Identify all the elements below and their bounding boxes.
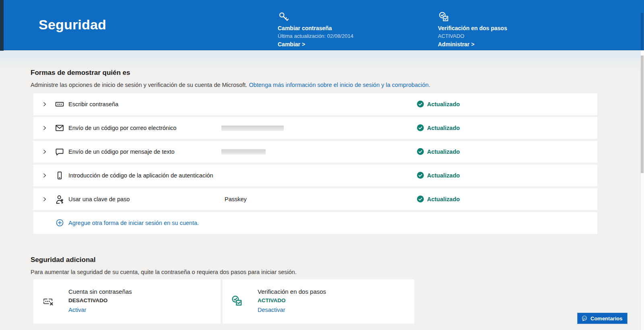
status-badge: Actualizado	[417, 172, 460, 179]
two-step-check-icon	[231, 295, 244, 307]
row-label: Usar una clave de paso	[68, 196, 130, 202]
card-title: Verificación en dos pasos	[258, 288, 326, 295]
status-badge: Actualizado	[417, 148, 460, 155]
chevron-right-icon	[41, 101, 48, 107]
status-label: Actualizado	[427, 101, 460, 107]
mail-icon	[55, 123, 64, 133]
change-password-last-updated: Última actualización: 02/08/2014	[278, 33, 423, 39]
phone-icon	[55, 171, 64, 180]
status-label: Actualizado	[427, 172, 460, 179]
window-left-edge	[0, 0, 4, 51]
scrollbar-thumb[interactable]	[641, 56, 644, 173]
card-passwordless-account: Cuenta sin contraseñas DESACTIVADO Activ…	[33, 279, 221, 324]
status-badge: Actualizado	[417, 196, 460, 202]
card-title: Cuenta sin contraseñas	[68, 288, 132, 295]
row-label: Escribir contraseña	[68, 101, 118, 107]
status-label: Actualizado	[427, 148, 460, 155]
row-label: Introducción de código de la aplicación …	[68, 172, 213, 179]
chevron-right-icon	[41, 148, 48, 155]
redacted-phone-value	[221, 149, 266, 155]
security-page: Seguridad Cambiar contraseña Última actu…	[0, 0, 644, 330]
row-sms-code[interactable]: Envío de un código por mensaje de texto …	[33, 141, 597, 163]
plus-circle-icon	[56, 219, 64, 227]
signin-description-text: Administre las opciones de inicio de ses…	[31, 82, 247, 88]
check-circle-icon	[417, 101, 424, 107]
two-step-title: Verificación en dos pasos	[438, 25, 583, 31]
activate-passwordless-link[interactable]: Activar	[68, 307, 86, 313]
check-circle-icon	[417, 148, 424, 155]
chevron-right-icon	[41, 196, 48, 202]
chevron-right-icon	[41, 125, 48, 131]
row-add-signin-method[interactable]: Agregue otra forma de iniciar sesión en …	[33, 212, 597, 234]
redacted-email-value	[221, 126, 284, 131]
status-label: Actualizado	[427, 196, 460, 202]
passkey-value: Passkey	[225, 196, 247, 202]
check-circle-icon	[417, 196, 424, 202]
row-label: Envío de un código por correo electrónic…	[68, 125, 176, 131]
header-two-step-card: Verificación en dos pasos ACTIVADO Admin…	[438, 11, 583, 48]
chat-smile-icon	[581, 315, 588, 322]
row-authenticator-code[interactable]: Introducción de código de la aplicación …	[33, 165, 597, 186]
change-password-link[interactable]: Cambiar >	[278, 41, 305, 47]
row-email-code[interactable]: Envío de un código por correo electrónic…	[33, 117, 597, 139]
status-badge: Actualizado	[417, 101, 460, 107]
additional-security-cards: Cuenta sin contraseñas DESACTIVADO Activ…	[33, 279, 414, 324]
additional-section-heading: Seguridad adicional	[31, 256, 96, 264]
chat-icon	[55, 147, 64, 157]
row-label: Envío de un código por mensaje de texto	[68, 148, 175, 155]
page-title: Seguridad	[39, 17, 106, 33]
status-label: Actualizado	[427, 125, 460, 131]
password-icon	[55, 99, 64, 109]
signin-methods-list: Escribir contraseña Actualizado Envío de…	[33, 93, 597, 234]
card-two-step-verification: Verificación en dos pasos ACTIVADO Desac…	[223, 279, 414, 324]
key-icon	[278, 11, 290, 23]
two-step-status: ACTIVADO	[438, 33, 583, 39]
two-step-manage-link[interactable]: Administrar >	[438, 41, 475, 47]
add-signin-method-link[interactable]: Agregue otra forma de iniciar sesión en …	[68, 220, 199, 226]
feedback-button[interactable]: Comentarios	[577, 313, 627, 324]
two-step-check-icon	[438, 11, 450, 23]
status-badge: Actualizado	[417, 124, 460, 131]
person-key-icon	[55, 194, 64, 204]
feedback-label: Comentarios	[590, 316, 622, 322]
signin-section-heading: Formas de demostrar quién es	[31, 69, 130, 77]
passwordless-x-icon	[41, 295, 54, 307]
row-passkey[interactable]: Usar una clave de paso Passkey Actualiza…	[33, 188, 597, 210]
learn-more-link[interactable]: Obtenga más información sobre el inicio …	[249, 82, 430, 88]
card-status: ACTIVADO	[258, 297, 286, 303]
signin-section-description: Administre las opciones de inicio de ses…	[31, 82, 430, 88]
card-status: DESACTIVADO	[68, 297, 107, 303]
scrollbar-thumb-header[interactable]	[641, 13, 643, 50]
header-change-password-card: Cambiar contraseña Última actualización:…	[278, 11, 423, 48]
additional-section-description: Para aumentar la seguridad de su cuenta,…	[31, 269, 297, 275]
deactivate-two-step-link[interactable]: Desactivar	[258, 307, 285, 313]
row-password[interactable]: Escribir contraseña Actualizado	[33, 93, 597, 115]
page-header: Seguridad Cambiar contraseña Última actu…	[0, 0, 644, 50]
chevron-right-icon	[41, 172, 48, 179]
change-password-title: Cambiar contraseña	[278, 25, 423, 31]
check-circle-icon	[417, 124, 424, 131]
check-circle-icon	[417, 172, 424, 179]
